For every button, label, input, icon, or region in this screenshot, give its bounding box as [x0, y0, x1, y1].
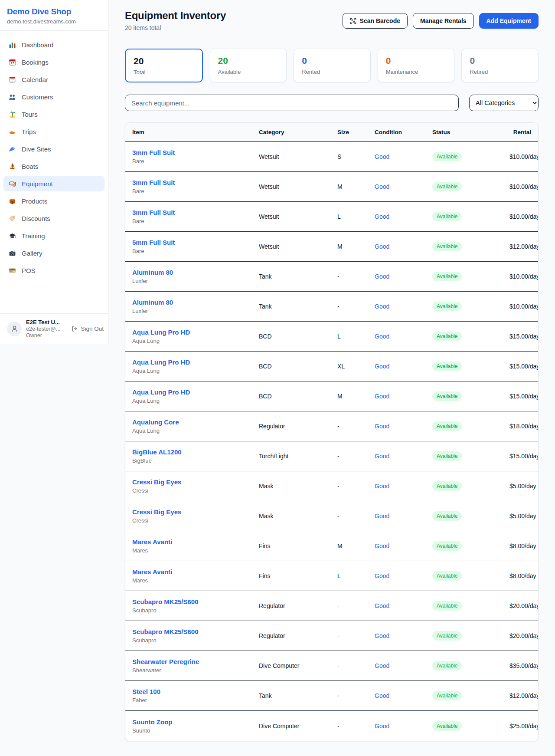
sidebar-item-dive-sites[interactable]: Dive Sites: [3, 141, 104, 157]
sidebar-item-trips[interactable]: Trips: [3, 124, 104, 139]
sidebar-item-label: Equipment: [22, 180, 53, 187]
rental-cell: $15.00/day: [509, 393, 539, 400]
equipment-name-link[interactable]: Cressi Big Eyes: [132, 478, 181, 486]
size-cell: XL: [337, 363, 375, 370]
condition-link[interactable]: Good: [375, 723, 432, 730]
column-header-condition: Condition: [375, 129, 432, 135]
category-cell: BCD: [259, 363, 337, 370]
equipment-name-link[interactable]: Shearwater Peregrine: [132, 658, 199, 665]
equipment-name-link[interactable]: Aqua Lung Pro HD: [132, 329, 190, 336]
user-name: E2E Test U...: [26, 319, 70, 325]
sidebar-item-discounts[interactable]: Discounts: [3, 210, 104, 226]
equipment-name-link[interactable]: 5mm Full Suit: [132, 239, 175, 246]
category-cell: Regulator: [259, 423, 337, 430]
equipment-name-link[interactable]: Suunto Zoop: [132, 718, 172, 726]
rental-cell: $15.00/day: [509, 363, 539, 370]
rental-cell: $5.00/day: [509, 483, 536, 490]
table-row: BigBlue AL1200 BigBlue Torch/Light - Goo…: [125, 441, 538, 471]
stat-card-rented[interactable]: 0 Rented: [294, 49, 371, 82]
equipment-name-link[interactable]: Mares Avanti: [132, 538, 172, 546]
stat-value: 0: [302, 56, 362, 66]
condition-link[interactable]: Good: [375, 363, 432, 370]
table-row: 3mm Full Suit Bare Wetsuit M Good Availa…: [125, 172, 538, 202]
stat-label: Maintenance: [386, 69, 447, 75]
equipment-name-link[interactable]: Aqualung Core: [132, 418, 179, 426]
stat-card-total[interactable]: 20 Total: [125, 49, 203, 82]
size-cell: -: [337, 692, 375, 699]
sign-out-icon: [72, 325, 78, 332]
size-cell: -: [337, 632, 375, 639]
condition-link[interactable]: Good: [375, 333, 432, 340]
category-select[interactable]: All Categories: [469, 95, 539, 111]
sign-out-button[interactable]: Sign Out: [72, 325, 104, 332]
status-badge: Available: [432, 481, 462, 491]
sidebar-item-dashboard[interactable]: Dashboard: [3, 37, 104, 53]
sidebar-item-label: Gallery: [22, 250, 42, 257]
condition-link[interactable]: Good: [375, 243, 432, 250]
condition-link[interactable]: Good: [375, 213, 432, 220]
sidebar-item-boats[interactable]: Boats: [3, 158, 104, 174]
sidebar-item-pos[interactable]: POS: [3, 263, 104, 278]
size-cell: M: [337, 243, 375, 250]
rental-cell: $8.00/day: [509, 572, 536, 579]
condition-link[interactable]: Good: [375, 393, 432, 400]
equipment-name-link[interactable]: 3mm Full Suit: [132, 209, 175, 216]
condition-link[interactable]: Good: [375, 632, 432, 639]
sidebar-item-customers[interactable]: Customers: [3, 89, 104, 105]
condition-link[interactable]: Good: [375, 572, 432, 579]
sidebar-item-gallery[interactable]: Gallery: [3, 245, 104, 261]
condition-link[interactable]: Good: [375, 153, 432, 160]
equipment-name-link[interactable]: Mares Avanti: [132, 568, 172, 575]
manage-rentals-button[interactable]: Manage Rentals: [413, 13, 474, 29]
equipment-name-link[interactable]: 3mm Full Suit: [132, 149, 175, 156]
sidebar-item-products[interactable]: Products: [3, 193, 104, 209]
condition-link[interactable]: Good: [375, 423, 432, 430]
equipment-name-link[interactable]: Aqua Lung Pro HD: [132, 358, 190, 366]
sidebar-item-tours[interactable]: Tours: [3, 106, 104, 122]
sidebar-item-bookings[interactable]: Bookings: [3, 54, 104, 70]
rental-cell: $35.00/day: [509, 662, 539, 669]
scan-barcode-button[interactable]: Scan Barcode: [343, 13, 408, 29]
condition-link[interactable]: Good: [375, 542, 432, 549]
equipment-name-link[interactable]: Cressi Big Eyes: [132, 508, 181, 516]
sidebar-item-label: Dashboard: [22, 41, 53, 49]
condition-link[interactable]: Good: [375, 273, 432, 280]
condition-link[interactable]: Good: [375, 692, 432, 699]
sidebar-item-equipment[interactable]: Equipment: [3, 176, 104, 191]
sidebar-item-calendar[interactable]: Calendar: [3, 72, 104, 87]
condition-link[interactable]: Good: [375, 602, 432, 609]
category-cell: Fins: [259, 572, 337, 579]
condition-link[interactable]: Good: [375, 513, 432, 519]
column-header-rental: Rental: [509, 129, 531, 135]
equipment-name-link[interactable]: BigBlue AL1200: [132, 448, 182, 456]
stat-card-maintenance[interactable]: 0 Maintenance: [378, 49, 455, 82]
equipment-name-link[interactable]: Aluminum 80: [132, 269, 173, 276]
equipment-name-link[interactable]: Scubapro MK25/S600: [132, 628, 199, 635]
equipment-name-link[interactable]: Aqua Lung Pro HD: [132, 388, 190, 396]
add-equipment-button[interactable]: Add Equipment: [479, 13, 539, 29]
sign-out-label: Sign Out: [81, 325, 104, 332]
stat-card-available[interactable]: 20 Available: [210, 49, 287, 82]
category-cell: Fins: [259, 542, 337, 549]
search-input[interactable]: [125, 95, 459, 111]
condition-link[interactable]: Good: [375, 303, 432, 310]
equipment-name-link[interactable]: 3mm Full Suit: [132, 179, 175, 186]
category-cell: Wetsuit: [259, 153, 337, 160]
brand-name[interactable]: Demo Dive Shop: [7, 7, 101, 16]
rental-cell: $18.00/day: [509, 423, 539, 430]
condition-link[interactable]: Good: [375, 183, 432, 190]
page-title: Equipment Inventory: [125, 10, 226, 22]
size-cell: -: [337, 273, 375, 280]
table-row: Mares Avanti Mares Fins M Good Available…: [125, 531, 538, 561]
status-badge: Available: [432, 631, 462, 641]
sidebar-item-training[interactable]: Training: [3, 228, 104, 243]
size-cell: M: [337, 542, 375, 549]
equipment-name-link[interactable]: Steel 100: [132, 688, 160, 695]
size-cell: -: [337, 602, 375, 609]
equipment-name-link[interactable]: Aluminum 80: [132, 299, 173, 306]
condition-link[interactable]: Good: [375, 483, 432, 490]
equipment-name-link[interactable]: Scubapro MK25/S600: [132, 598, 199, 605]
condition-link[interactable]: Good: [375, 453, 432, 460]
condition-link[interactable]: Good: [375, 662, 432, 669]
stat-card-retired[interactable]: 0 Retired: [461, 49, 539, 82]
